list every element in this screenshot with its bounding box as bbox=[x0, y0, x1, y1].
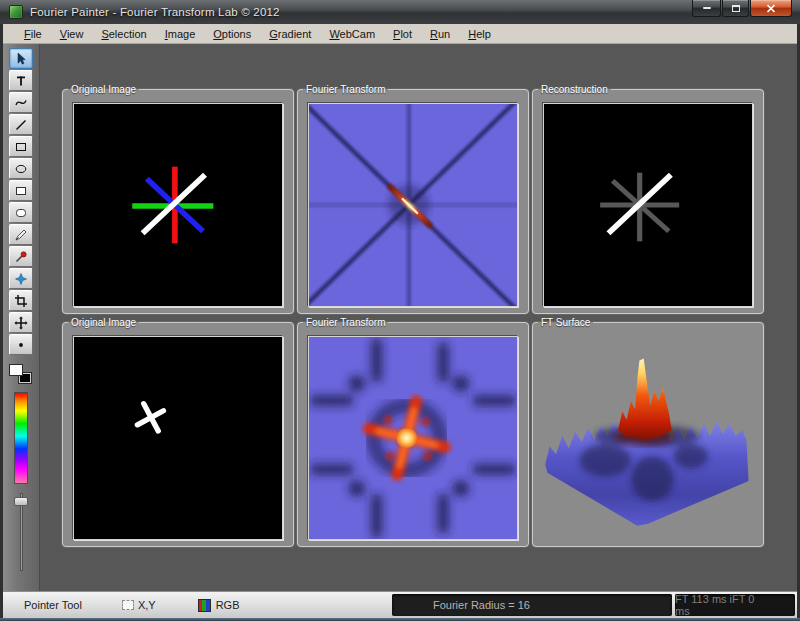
status-bar: Pointer Tool X,Y RGB Fourier Radius = 16… bbox=[3, 591, 797, 618]
menu-gradient[interactable]: Gradient bbox=[260, 26, 320, 42]
panel-reconstruction: Reconstruction bbox=[532, 84, 764, 314]
title-bar[interactable]: Fourier Painter - Fourier Transform Lab … bbox=[0, 0, 800, 24]
fourier-radius-panel: Fourier Radius = 16 bbox=[392, 594, 672, 616]
panel-original-image-1: Original Image bbox=[62, 84, 294, 314]
close-button[interactable] bbox=[750, 0, 792, 17]
menu-options[interactable]: Options bbox=[204, 26, 260, 42]
panel-title: Original Image bbox=[68, 84, 139, 95]
color-spectrum-picker[interactable] bbox=[14, 392, 28, 484]
panel-title: Original Image bbox=[68, 317, 139, 328]
panel-fourier-transform-2: Fourier Transform bbox=[297, 317, 529, 547]
move-icon bbox=[14, 316, 28, 330]
eyedropper-tool-button[interactable] bbox=[9, 246, 33, 267]
rectangle-filled-icon bbox=[14, 184, 28, 198]
menu-selection[interactable]: Selection bbox=[92, 26, 155, 42]
point-icon bbox=[14, 338, 28, 352]
eyedropper-icon bbox=[14, 250, 28, 264]
pointer-icon bbox=[14, 52, 28, 66]
pointer-tool-button[interactable] bbox=[9, 48, 33, 69]
curve-tool-button[interactable] bbox=[9, 92, 33, 113]
airbrush-icon bbox=[14, 272, 28, 286]
panel-ft-surface: FT Surface bbox=[532, 317, 764, 547]
small-x-drawing bbox=[74, 337, 282, 539]
timing-values: FT 113 ms iFT 0 ms bbox=[675, 593, 767, 617]
text-tool-button[interactable] bbox=[9, 70, 33, 91]
window-controls bbox=[691, 0, 792, 17]
menu-view[interactable]: View bbox=[51, 26, 93, 42]
maximize-icon bbox=[732, 5, 740, 12]
fourier-transform-canvas-2[interactable] bbox=[308, 336, 518, 540]
line-icon bbox=[14, 118, 28, 132]
ellipse-tool-button[interactable] bbox=[9, 158, 33, 179]
crop-icon bbox=[14, 294, 28, 308]
ellipse-outline-icon bbox=[14, 162, 28, 176]
filled-rounded-rect-tool-button[interactable] bbox=[9, 202, 33, 223]
status-left-section: Pointer Tool X,Y RGB bbox=[3, 592, 239, 618]
pen-tool-button[interactable] bbox=[9, 224, 33, 245]
menu-image[interactable]: Image bbox=[156, 26, 205, 42]
menu-webcam[interactable]: WebCam bbox=[320, 26, 384, 42]
close-icon bbox=[766, 4, 776, 13]
rgb-icon bbox=[198, 599, 211, 612]
xy-icon bbox=[122, 600, 134, 610]
fourier-transform-canvas-1[interactable] bbox=[308, 103, 518, 307]
bright-center bbox=[396, 428, 417, 448]
fourier-spectrum-image-2 bbox=[309, 337, 517, 539]
maximize-button[interactable] bbox=[722, 0, 749, 17]
pen-icon bbox=[14, 228, 28, 242]
panel-title: Fourier Transform bbox=[303, 317, 388, 328]
fourier-radius-value: Fourier Radius = 16 bbox=[433, 599, 530, 611]
point-tool-button[interactable] bbox=[9, 334, 33, 355]
filled-rectangle-tool-button[interactable] bbox=[9, 180, 33, 201]
window-title: Fourier Painter - Fourier Transform Lab … bbox=[30, 6, 280, 18]
timing-panel: FT 113 ms iFT 0 ms bbox=[675, 594, 795, 616]
foreground-color-swatch[interactable] bbox=[9, 364, 23, 376]
reconstruction-image bbox=[544, 104, 752, 306]
rgb-label: RGB bbox=[216, 599, 240, 611]
fg-bg-color-selector[interactable] bbox=[8, 363, 35, 387]
original-image-canvas-2[interactable] bbox=[73, 336, 283, 540]
fourier-spectrum-image bbox=[309, 104, 517, 306]
ft-surface-plot[interactable] bbox=[541, 334, 755, 538]
panel-fourier-transform-1: Fourier Transform bbox=[297, 84, 529, 314]
minimize-icon bbox=[703, 7, 711, 9]
app-icon bbox=[9, 5, 23, 19]
rgb-indicator: RGB bbox=[198, 599, 240, 612]
minimize-button[interactable] bbox=[692, 0, 721, 17]
menu-help[interactable]: Help bbox=[459, 26, 500, 42]
menu-plot[interactable]: Plot bbox=[384, 26, 421, 42]
asterisk-drawing bbox=[74, 104, 282, 306]
active-tool-label: Pointer Tool bbox=[24, 599, 82, 611]
panel-title: FT Surface bbox=[538, 317, 593, 328]
panel-title: Reconstruction bbox=[538, 84, 611, 95]
reconstruction-canvas[interactable] bbox=[543, 103, 753, 307]
tool-strip bbox=[3, 44, 40, 591]
original-image-canvas-1[interactable] bbox=[73, 103, 283, 307]
menu-file[interactable]: File bbox=[15, 26, 51, 42]
surface-3d-image bbox=[541, 334, 755, 538]
panel-title: Fourier Transform bbox=[303, 84, 388, 95]
crop-tool-button[interactable] bbox=[9, 290, 33, 311]
move-tool-button[interactable] bbox=[9, 312, 33, 333]
workspace: Original Image Fourier Transform bbox=[40, 44, 797, 591]
curve-icon bbox=[14, 96, 28, 110]
rounded-rectangle-filled-icon bbox=[14, 206, 28, 220]
line-tool-button[interactable] bbox=[9, 114, 33, 135]
menu-run[interactable]: Run bbox=[421, 26, 459, 42]
brightness-slider[interactable] bbox=[13, 493, 29, 571]
rectangle-outline-icon bbox=[14, 140, 28, 154]
xy-label: X,Y bbox=[138, 599, 156, 611]
app-window: Fourier Painter - Fourier Transform Lab … bbox=[0, 0, 800, 621]
menu-bar: File View Selection Image Options Gradie… bbox=[3, 24, 797, 44]
rectangle-tool-button[interactable] bbox=[9, 136, 33, 157]
airbrush-tool-button[interactable] bbox=[9, 268, 33, 289]
xy-indicator: X,Y bbox=[122, 599, 156, 611]
panel-original-image-2: Original Image bbox=[62, 317, 294, 547]
slider-handle[interactable] bbox=[14, 497, 28, 506]
text-icon bbox=[14, 74, 28, 88]
